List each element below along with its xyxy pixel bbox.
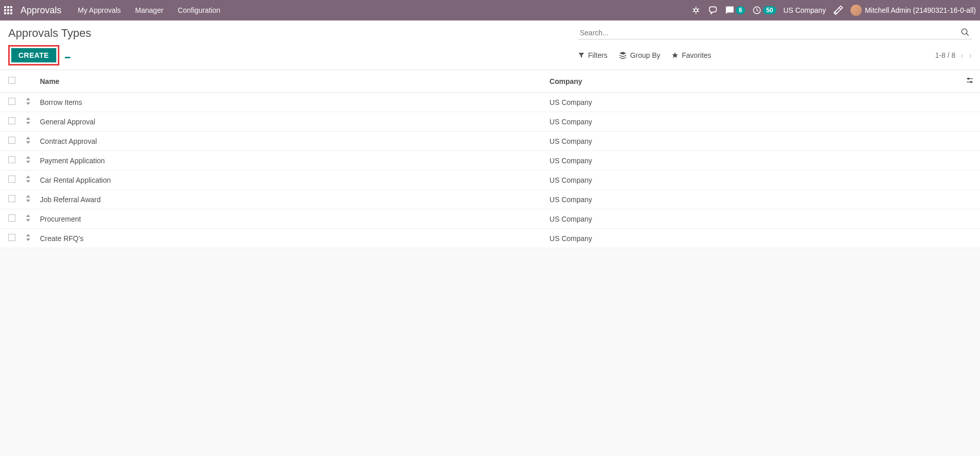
bug-icon[interactable] [691,6,701,15]
filters-button[interactable]: Filters [578,51,607,59]
row-settings-cell [960,190,980,209]
row-handle-cell [20,112,36,132]
favorites-button[interactable]: Favorites [671,51,711,59]
row-name: Job Referral Award [36,190,546,209]
column-settings[interactable] [960,70,980,93]
header-company[interactable]: Company [546,70,960,93]
row-checkbox[interactable] [8,117,15,124]
row-handle-cell [20,209,36,229]
row-settings-cell [960,209,980,229]
svg-line-9 [966,33,969,36]
filters-label: Filters [588,51,607,59]
create-button[interactable]: Create [11,48,56,62]
row-checkbox-cell [0,112,20,132]
sort-handle-icon[interactable] [26,177,31,184]
search-input[interactable] [578,27,972,39]
header-checkbox-cell [0,70,20,93]
table-row[interactable]: Contract Approval US Company [0,132,980,151]
sort-handle-icon[interactable] [26,119,31,126]
svg-line-6 [698,11,699,12]
user-menu[interactable]: Mitchell Admin (21490321-16-0-all) [851,5,976,16]
row-handle-cell [20,151,36,170]
row-company: US Company [546,93,960,112]
row-checkbox-cell [0,229,20,248]
nav-item-configuration[interactable]: Configuration [171,0,226,20]
pager-prev[interactable]: ‹ [961,50,964,61]
favorites-label: Favorites [682,51,711,59]
nav-right: 6 50 US Company Mitchell Admin (21490321… [691,5,976,16]
page-title: Approvals Types [8,27,91,40]
table-row[interactable]: Borrow Items US Company [0,93,980,112]
row-checkbox-cell [0,170,20,190]
row-company: US Company [546,209,960,229]
header-name[interactable]: Name [36,70,546,93]
nav-item-my-approvals[interactable]: My Approvals [72,0,127,20]
table-row[interactable]: Create RFQ's US Company [0,229,980,248]
table-row[interactable]: Procurement US Company [0,209,980,229]
sort-handle-icon[interactable] [26,197,31,204]
search-icon[interactable] [961,28,970,38]
sort-handle-icon[interactable] [26,99,31,106]
svg-point-8 [962,29,967,34]
row-handle-cell [20,229,36,248]
row-checkbox[interactable] [8,98,15,105]
row-name: Payment Application [36,151,546,170]
approvals-table: Name Company Borrow Items US Company [0,70,980,248]
row-checkbox[interactable] [8,214,15,222]
row-company: US Company [546,151,960,170]
pager-next[interactable]: › [969,50,972,61]
pager-text[interactable]: 1-8 / 8 [935,51,955,59]
avatar [851,5,862,16]
import-icon[interactable] [63,51,72,60]
row-checkbox-cell [0,209,20,229]
list-view: Name Company Borrow Items US Company [0,70,980,248]
tools-icon[interactable] [833,5,843,15]
sort-handle-icon[interactable] [26,235,31,243]
messages-icon[interactable]: 6 [725,6,746,15]
svg-line-3 [693,9,694,10]
sort-handle-icon[interactable] [26,216,31,223]
activities-icon[interactable]: 50 [752,6,776,15]
row-settings-cell [960,229,980,248]
table-row[interactable]: Job Referral Award US Company [0,190,980,209]
groupby-button[interactable]: Group By [619,51,660,59]
search-container [578,27,972,39]
row-handle-cell [20,93,36,112]
row-company: US Company [546,229,960,248]
support-icon[interactable] [708,5,718,15]
row-settings-cell [960,170,980,190]
apps-icon[interactable] [4,6,12,14]
row-settings-cell [960,151,980,170]
sort-handle-icon[interactable] [26,158,31,165]
row-checkbox[interactable] [8,137,15,144]
svg-point-11 [968,78,969,79]
row-checkbox[interactable] [8,176,15,183]
row-settings-cell [960,93,980,112]
header-handle-cell [20,70,36,93]
select-all-checkbox[interactable] [8,77,15,84]
table-row[interactable]: Car Rental Application US Company [0,170,980,190]
nav-item-manager[interactable]: Manager [129,0,169,20]
row-name: Borrow Items [36,93,546,112]
sort-handle-icon[interactable] [26,138,31,145]
control-panel: Approvals Types Create Filters Group By [0,20,980,70]
row-name: Create RFQ's [36,229,546,248]
svg-point-0 [694,9,698,12]
row-settings-cell [960,112,980,132]
create-highlight: Create [8,45,59,66]
table-row[interactable]: General Approval US Company [0,112,980,132]
table-row[interactable]: Payment Application US Company [0,151,980,170]
row-company: US Company [546,132,960,151]
company-selector[interactable]: US Company [783,6,826,14]
row-company: US Company [546,170,960,190]
row-checkbox[interactable] [8,195,15,202]
row-name: Contract Approval [36,132,546,151]
activities-badge: 50 [763,6,776,14]
svg-line-4 [698,9,699,10]
row-checkbox-cell [0,151,20,170]
row-settings-cell [960,132,980,151]
row-checkbox[interactable] [8,234,15,241]
row-company: US Company [546,190,960,209]
brand-title[interactable]: Approvals [20,5,61,16]
row-checkbox[interactable] [8,156,15,163]
